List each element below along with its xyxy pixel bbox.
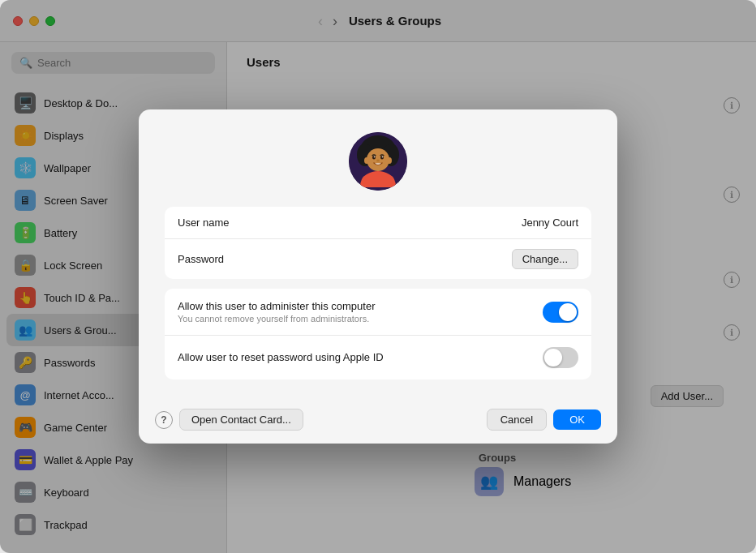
- toggle-admin-label-group: Allow this user to administer this compu…: [178, 300, 543, 324]
- toggle-appleid-label-group: Allow user to reset password using Apple…: [178, 351, 543, 365]
- username-row: User name Jenny Court: [165, 207, 591, 239]
- change-password-button[interactable]: Change...: [512, 249, 578, 269]
- modal-overlay: User name Jenny Court Password Change...…: [0, 0, 756, 553]
- toggle-admin-sublabel: You cannot remove yourself from administ…: [178, 314, 543, 324]
- help-button[interactable]: ?: [155, 411, 173, 429]
- svg-point-11: [387, 157, 392, 164]
- user-edit-modal: User name Jenny Court Password Change...…: [139, 109, 617, 444]
- toggle-admin[interactable]: [543, 302, 578, 323]
- toggle-appleid-thumb: [544, 349, 562, 367]
- toggle-admin-header: Allow this user to administer this compu…: [178, 300, 578, 324]
- svg-point-8: [382, 156, 384, 158]
- toggle-appleid[interactable]: [543, 347, 578, 368]
- modal-body: User name Jenny Court Password Change...…: [139, 109, 617, 379]
- toggle-admin-label: Allow this user to administer this compu…: [178, 300, 543, 312]
- user-form-section: User name Jenny Court Password Change...: [165, 207, 591, 279]
- main-window: ‹ › Users & Groups 🔍 🖥️ Desktop & Do... …: [0, 0, 756, 553]
- toggle-appleid-row: Allow user to reset password using Apple…: [165, 336, 591, 379]
- toggle-admin-thumb: [559, 303, 577, 321]
- cancel-button[interactable]: Cancel: [487, 409, 547, 431]
- username-label: User name: [178, 216, 522, 229]
- avatar-section: [165, 132, 591, 191]
- toggle-appleid-header: Allow user to reset password using Apple…: [178, 347, 578, 368]
- toggle-appleid-label: Allow user to reset password using Apple…: [178, 351, 543, 363]
- modal-footer: ? Open Contact Card... Cancel OK: [139, 396, 617, 444]
- ok-button[interactable]: OK: [553, 409, 601, 430]
- toggle-section: Allow this user to administer this compu…: [165, 289, 591, 379]
- toggle-admin-row: Allow this user to administer this compu…: [165, 289, 591, 336]
- password-row: Password Change...: [165, 239, 591, 279]
- svg-point-10: [364, 157, 369, 164]
- svg-point-7: [374, 156, 376, 158]
- svg-point-9: [376, 160, 380, 162]
- avatar[interactable]: [349, 132, 407, 191]
- password-label: Password: [178, 253, 512, 265]
- username-value: Jenny Court: [522, 216, 578, 229]
- open-contact-button[interactable]: Open Contact Card...: [179, 409, 303, 431]
